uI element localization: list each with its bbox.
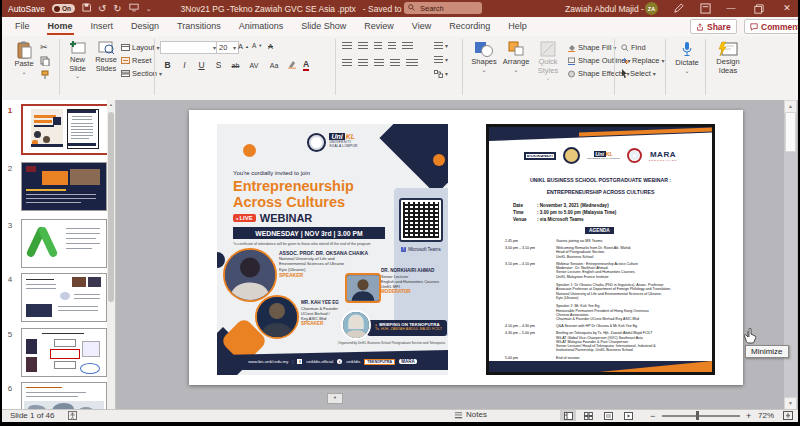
normal-view-button[interactable]	[560, 410, 576, 421]
replace-button[interactable]: Replace▾	[621, 56, 665, 65]
webinar-poster-image[interactable]: Uni KL UNIVERSITI KUALA LUMPUR You're co…	[217, 124, 448, 375]
slide-counter[interactable]: Slide 1 of 46	[10, 411, 54, 420]
font-color-button[interactable]: A	[303, 60, 309, 71]
slide-thumbnail-6[interactable]	[21, 382, 107, 410]
tab-animations[interactable]: Animations	[230, 17, 293, 36]
select-button[interactable]: Select▾	[621, 69, 656, 78]
search-input[interactable]	[418, 3, 472, 14]
zoom-slider-thumb[interactable]	[696, 411, 699, 420]
dictate-button[interactable]: Dictate ⌄	[672, 41, 702, 73]
character-spacing-button[interactable]: AV	[247, 62, 261, 69]
save-icon[interactable]	[82, 3, 91, 14]
reuse-slides-button[interactable]: Reuse Slides	[93, 41, 119, 73]
zoom-in-button[interactable]: +	[746, 411, 751, 421]
new-slide-button[interactable]: New Slide ⌄	[64, 41, 91, 78]
qat-customize-icon[interactable]: ⌄	[146, 4, 152, 14]
format-painter-button[interactable]	[40, 70, 50, 82]
tab-insert[interactable]: Insert	[82, 17, 123, 36]
slide-thumbnail-5[interactable]	[21, 328, 107, 377]
arrange-button[interactable]: Arrange ⌄	[501, 41, 531, 72]
tab-design[interactable]: Design	[122, 17, 168, 36]
increase-indent-button[interactable]	[388, 42, 396, 50]
change-case-button[interactable]: Aa	[267, 62, 281, 69]
undo-icon[interactable]: ↺	[98, 4, 106, 14]
bullets-button[interactable]	[342, 42, 352, 50]
slide-thumbnail-3[interactable]	[21, 219, 107, 268]
share-button[interactable]: Share	[690, 19, 737, 34]
line-spacing-button[interactable]	[402, 42, 413, 50]
reading-view-button[interactable]	[600, 410, 616, 421]
zoom-out-button[interactable]: −	[650, 411, 655, 421]
thumbnail-scrollbar-thumb[interactable]	[108, 112, 114, 302]
font-name-combo[interactable]: ▾	[160, 41, 219, 54]
align-center-button[interactable]	[358, 59, 368, 67]
bold-button[interactable]: B	[162, 60, 173, 70]
tab-file[interactable]: File	[6, 17, 39, 36]
notes-button[interactable]: Notes	[454, 410, 487, 419]
convert-smartart-button[interactable]: ▾	[434, 70, 448, 78]
font-size-combo[interactable]: 20 ▾	[216, 41, 239, 54]
italic-button[interactable]: I	[179, 60, 190, 70]
tab-help[interactable]: Help	[499, 17, 536, 36]
columns-button[interactable]	[406, 59, 418, 67]
slide-show-button[interactable]	[620, 410, 636, 421]
shape-fill-button[interactable]: Shape Fill▾	[567, 43, 616, 52]
design-ideas-button[interactable]: Design Ideas	[710, 41, 746, 75]
tab-slide-show[interactable]: Slide Show	[292, 17, 355, 36]
close-button[interactable]: ✕	[780, 0, 794, 17]
text-shadow-button[interactable]: S	[213, 60, 224, 70]
zoom-level[interactable]: 72%	[758, 411, 774, 420]
quick-styles-button[interactable]: Quick Styles ⌄	[533, 41, 563, 80]
shrink-font-button[interactable]: A▼	[252, 42, 262, 49]
tab-home[interactable]: Home	[39, 17, 82, 36]
grow-font-button[interactable]: A▲	[238, 42, 249, 51]
tab-recording[interactable]: Recording	[440, 17, 499, 36]
decrease-indent-button[interactable]	[374, 42, 382, 50]
slide-thumbnail-1[interactable]	[21, 104, 109, 155]
strikethrough-button[interactable]: ab	[230, 62, 241, 69]
align-text-button[interactable]: ▾	[434, 56, 448, 64]
slide-area-scrollbar[interactable]: ▲ ▼	[784, 100, 797, 410]
find-button[interactable]: Find	[621, 43, 646, 52]
agenda-poster-image[interactable]: TEKNOPUTRA Uni KL UNIVERSITI KUALA LUMPU…	[486, 124, 715, 375]
clear-formatting-button[interactable]: A	[268, 42, 273, 51]
text-direction-button[interactable]: ▾	[434, 42, 448, 50]
align-left-button[interactable]	[342, 59, 352, 67]
minimize-button[interactable]: —	[724, 0, 738, 17]
shapes-button[interactable]: Shapes ⌄	[469, 41, 499, 72]
slide-1-canvas[interactable]: Uni KL UNIVERSITI KUALA LUMPUR You're co…	[189, 110, 743, 385]
slide-thumbnail-4[interactable]	[21, 273, 107, 322]
tab-view[interactable]: View	[403, 17, 440, 36]
tab-transitions[interactable]: Transitions	[168, 17, 230, 36]
autosave-toggle[interactable]: On	[52, 4, 75, 13]
redo-icon[interactable]: ↻	[113, 4, 121, 14]
thumbnail-scroll-up-icon[interactable]: ▲	[107, 100, 115, 110]
pen-mode-icon[interactable]	[673, 3, 684, 16]
highlight-color-button[interactable]	[287, 59, 297, 71]
fit-to-window-button[interactable]	[783, 411, 793, 422]
scrollbar-thumb[interactable]	[785, 112, 796, 152]
start-presentation-icon[interactable]	[129, 3, 139, 14]
slide-sorter-view-button[interactable]	[580, 410, 596, 421]
comments-button[interactable]: Comments	[744, 19, 798, 34]
restore-button[interactable]	[754, 4, 764, 16]
section-button[interactable]: Section▾	[121, 69, 162, 78]
cut-button[interactable]: ✂	[40, 42, 48, 52]
scroll-down-button[interactable]: ▼	[327, 393, 343, 404]
search-box[interactable]	[404, 2, 482, 14]
zoom-sl极ider-track[interactable]	[662, 415, 740, 417]
user-name[interactable]: Zawiah Abdul Majid - Ts	[565, 4, 655, 14]
justify-button[interactable]	[390, 59, 400, 67]
numbering-button[interactable]	[358, 42, 368, 50]
ribbon-display-options-icon[interactable]	[700, 3, 711, 16]
reset-button[interactable]: Reset	[121, 56, 152, 65]
copy-button[interactable]	[40, 56, 50, 68]
thumbnail-scrollbar[interactable]: ▲	[107, 100, 115, 410]
underline-button[interactable]: U	[196, 60, 207, 70]
paste-button[interactable]: Paste ⌄	[10, 41, 38, 74]
avatar[interactable]: ZA	[645, 2, 658, 15]
slide-thumbnail-2[interactable]	[21, 162, 107, 211]
accessibility-checker-icon[interactable]	[68, 411, 77, 422]
tab-review[interactable]: Review	[355, 17, 403, 36]
align-right-button[interactable]	[374, 59, 384, 67]
